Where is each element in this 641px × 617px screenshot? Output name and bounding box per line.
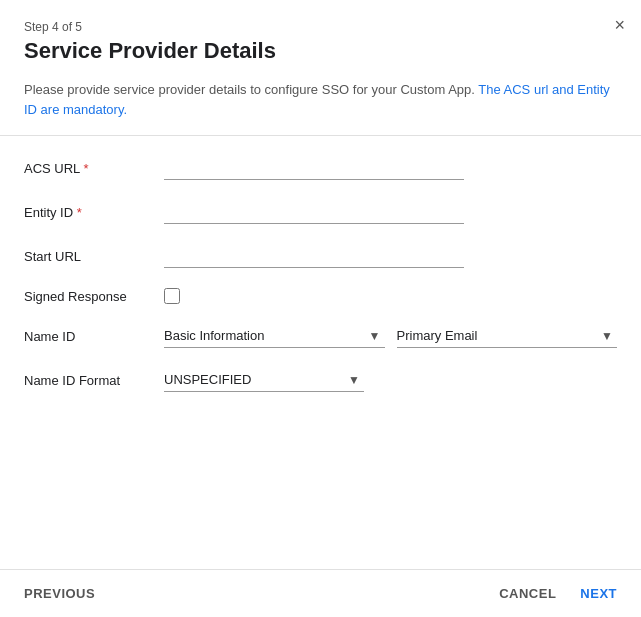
start-url-label: Start URL (24, 249, 164, 264)
name-id-selects: Basic Information Advanced Information ▼… (164, 324, 617, 348)
info-text: Please provide service provider details … (0, 80, 641, 136)
name-id-select2[interactable]: Primary Email Secondary Email (397, 324, 618, 348)
previous-button[interactable]: PREVIOUS (24, 586, 95, 601)
name-id-label: Name ID (24, 329, 164, 344)
name-id-format-select-wrapper: UNSPECIFIED EMAIL PERSISTENT TRANSIENT ▼ (164, 368, 364, 392)
form-body: ACS URL * Entity ID * Start URL Signed R… (0, 136, 641, 569)
signed-response-row: Signed Response (24, 288, 617, 304)
footer-right: CANCEL NEXT (499, 586, 617, 601)
signed-response-checkbox[interactable] (164, 288, 180, 304)
name-id-select2-wrapper: Primary Email Secondary Email ▼ (397, 324, 618, 348)
dialog-title: Service Provider Details (24, 38, 617, 64)
start-url-input[interactable] (164, 244, 464, 268)
start-url-row: Start URL (24, 244, 617, 268)
step-label: Step 4 of 5 (24, 20, 617, 34)
dialog-header: Step 4 of 5 Service Provider Details × (0, 0, 641, 80)
name-id-format-label: Name ID Format (24, 373, 164, 388)
dialog-footer: PREVIOUS CANCEL NEXT (0, 569, 641, 617)
entity-id-required: * (77, 205, 82, 220)
acs-url-input[interactable] (164, 156, 464, 180)
entity-id-row: Entity ID * (24, 200, 617, 224)
info-highlight: The ACS url and Entity ID are mandatory. (24, 82, 610, 117)
acs-url-label: ACS URL * (24, 161, 164, 176)
dialog: Step 4 of 5 Service Provider Details × P… (0, 0, 641, 617)
name-id-select1-wrapper: Basic Information Advanced Information ▼ (164, 324, 385, 348)
name-id-format-select[interactable]: UNSPECIFIED EMAIL PERSISTENT TRANSIENT (164, 368, 364, 392)
entity-id-input[interactable] (164, 200, 464, 224)
acs-url-required: * (84, 161, 89, 176)
next-button[interactable]: NEXT (580, 586, 617, 601)
signed-response-label: Signed Response (24, 289, 164, 304)
acs-url-row: ACS URL * (24, 156, 617, 180)
signed-response-checkbox-container (164, 288, 180, 304)
entity-id-label: Entity ID * (24, 205, 164, 220)
name-id-select1[interactable]: Basic Information Advanced Information (164, 324, 385, 348)
name-id-row: Name ID Basic Information Advanced Infor… (24, 324, 617, 348)
name-id-format-row: Name ID Format UNSPECIFIED EMAIL PERSIST… (24, 368, 617, 392)
close-button[interactable]: × (614, 16, 625, 34)
cancel-button[interactable]: CANCEL (499, 586, 556, 601)
